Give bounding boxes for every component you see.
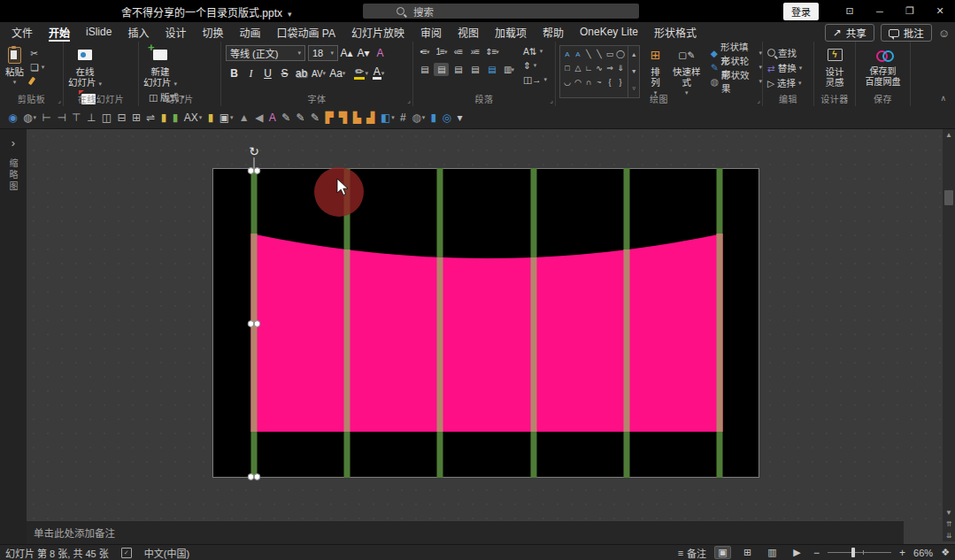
reading-view-button[interactable]: ▥: [764, 546, 781, 559]
columns-button[interactable]: ▥▾: [501, 63, 516, 76]
ribbon-display-options-icon[interactable]: ⊡: [835, 0, 865, 22]
shape-option[interactable]: A: [562, 47, 573, 61]
shape-option[interactable]: ╲: [594, 47, 605, 61]
shape-option[interactable]: }: [615, 75, 626, 89]
zoom-slider[interactable]: [828, 552, 891, 553]
text-shadow-button[interactable]: ab: [293, 66, 310, 81]
bar-yellow-2-icon[interactable]: ▮: [204, 108, 216, 127]
collapse-ribbon-icon[interactable]: ∧: [940, 94, 946, 103]
shape-gallery[interactable]: AA╲╲▭◯□△∟∿⇒⇓◡◠∩~{}: [559, 45, 628, 98]
selection-handle[interactable]: [254, 168, 260, 174]
search-input[interactable]: 搜索: [363, 4, 639, 19]
distribute-text-button[interactable]: ▤: [484, 63, 499, 76]
tab-设计[interactable]: 设计: [157, 22, 194, 42]
highlight-color-button[interactable]: ✏▾: [352, 66, 370, 81]
spell-check-icon[interactable]: ✓: [121, 548, 132, 558]
paragraph-dialog-launcher-icon[interactable]: ⌟: [550, 96, 553, 104]
shape-fill-tool-icon[interactable]: ◧▾: [378, 108, 397, 127]
vertical-scrollbar[interactable]: ▲ ▼ ⇈ ⇊: [943, 129, 955, 541]
ring-blue-icon[interactable]: ◎: [439, 108, 454, 127]
zoom-percent[interactable]: 66%: [913, 548, 933, 558]
previous-slide-icon[interactable]: ⇈: [943, 518, 955, 530]
align-objects-right-icon[interactable]: ⊣: [54, 108, 69, 127]
shape-option[interactable]: ╲: [583, 47, 594, 61]
text-box-tool-icon[interactable]: ▣▾: [216, 108, 235, 127]
justify-button[interactable]: ▤: [467, 63, 482, 76]
align-left-button[interactable]: ▤: [417, 63, 432, 76]
character-spacing-button[interactable]: AV▾: [310, 66, 327, 81]
clear-text-format-icon[interactable]: A: [266, 108, 279, 127]
clipboard-dialog-launcher-icon[interactable]: ⌟: [58, 96, 61, 104]
text-direction-button[interactable]: A⇅▾: [523, 45, 547, 57]
notes-toggle-button[interactable]: ≡备注: [678, 546, 706, 560]
drawing-dialog-launcher-icon[interactable]: ⌟: [757, 96, 760, 104]
find-button[interactable]: 查找: [767, 47, 802, 58]
align-text-button[interactable]: ⇕▾: [523, 59, 547, 71]
design-ideas-button[interactable]: ϟ 设计 灵感: [814, 45, 855, 88]
strikethrough-button[interactable]: S: [276, 66, 293, 81]
align-center-button[interactable]: ▤: [434, 63, 449, 76]
slideshow-button[interactable]: ▶: [789, 546, 805, 559]
copy-button[interactable]: ❏▾: [30, 61, 44, 73]
online-slides-button[interactable]: 在线 幻灯片 ▾: [68, 45, 102, 89]
shape-option[interactable]: ▭: [605, 47, 615, 61]
slide-canvas[interactable]: ↻: [27, 129, 943, 520]
tab-审阅[interactable]: 审阅: [412, 22, 450, 42]
shape-option[interactable]: □: [562, 61, 573, 75]
shape-option[interactable]: ⇓: [615, 61, 626, 75]
selection-handle[interactable]: [254, 474, 260, 480]
align-objects-bottom-icon[interactable]: ⊥: [84, 108, 99, 127]
quick-styles-button[interactable]: ▢✎ 快速样式▾: [669, 45, 705, 98]
scrollbar-thumb[interactable]: [944, 190, 953, 205]
font-dialog-launcher-icon[interactable]: ⌟: [407, 96, 411, 104]
document-title[interactable]: 舍不得分享的一个目录页版式.pptx▾: [121, 4, 292, 19]
arrange-button[interactable]: ⊞ 排列▾: [646, 45, 664, 98]
tab-切换[interactable]: 切换: [194, 22, 231, 42]
selection-handle[interactable]: [248, 474, 254, 480]
align-objects-top-icon[interactable]: ⊤: [69, 108, 84, 127]
order-forward-icon[interactable]: ▙: [350, 108, 364, 127]
zoom-out-button[interactable]: −: [813, 547, 820, 559]
flip-shape-icon[interactable]: ◀: [252, 108, 266, 127]
tab-口袋动画 PA[interactable]: 口袋动画 PA: [268, 22, 343, 42]
order-send-back-icon[interactable]: ▜: [336, 108, 350, 127]
tab-开始[interactable]: 开始: [41, 22, 78, 42]
new-slide-button[interactable]: 新建 幻灯片 ▾: [143, 45, 177, 89]
share-button[interactable]: ↗共享: [825, 24, 874, 42]
fit-to-window-icon[interactable]: ❖: [941, 547, 950, 558]
underline-button[interactable]: U: [259, 66, 276, 81]
shape-option[interactable]: ◡: [562, 75, 573, 89]
tab-帮助[interactable]: 帮助: [535, 22, 572, 42]
crop-tool-icon[interactable]: #: [397, 108, 409, 127]
shape-option[interactable]: △: [573, 61, 583, 75]
decrease-indent-button[interactable]: «≡: [451, 45, 466, 58]
gallery-up-icon[interactable]: ▲: [628, 46, 639, 63]
login-button[interactable]: 登录: [783, 3, 819, 20]
zoom-in-button[interactable]: +: [899, 547, 905, 559]
italic-button[interactable]: I: [243, 66, 259, 81]
order-backward-icon[interactable]: ▟: [364, 108, 378, 127]
pen-tool-3-icon[interactable]: ✎: [308, 108, 322, 127]
tab-文件[interactable]: 文件: [4, 22, 41, 42]
clear-formatting-button[interactable]: A: [372, 46, 389, 60]
bar-yellow-icon[interactable]: ▮: [158, 108, 170, 127]
minimize-icon[interactable]: ─: [865, 0, 895, 22]
shrink-font-button[interactable]: A▾: [355, 46, 372, 60]
rotation-handle-icon[interactable]: ↻: [249, 144, 259, 158]
pink-curved-band[interactable]: [251, 234, 723, 432]
feedback-smiley-icon[interactable]: ☺: [938, 27, 950, 40]
shape-option[interactable]: ∟: [583, 61, 594, 75]
slide-sorter-view-button[interactable]: ⊞: [739, 546, 756, 559]
selection-handle[interactable]: [248, 321, 254, 327]
merge-shapes-icon[interactable]: ◍▾: [20, 108, 39, 127]
comments-button[interactable]: 批注: [881, 24, 932, 42]
font-family-select[interactable]: 等线 (正文)▾: [226, 45, 305, 61]
shape-option[interactable]: ~: [594, 75, 605, 89]
language-status[interactable]: 中文(中国): [144, 546, 189, 560]
tab-动画[interactable]: 动画: [231, 22, 268, 42]
shape-option[interactable]: A: [573, 47, 583, 61]
change-case-button[interactable]: Aa▾: [327, 66, 347, 81]
align-middle-vertical-icon[interactable]: ⊞: [129, 108, 143, 127]
next-slide-icon[interactable]: ⇊: [943, 530, 955, 541]
font-color-button[interactable]: A▾: [370, 66, 387, 81]
